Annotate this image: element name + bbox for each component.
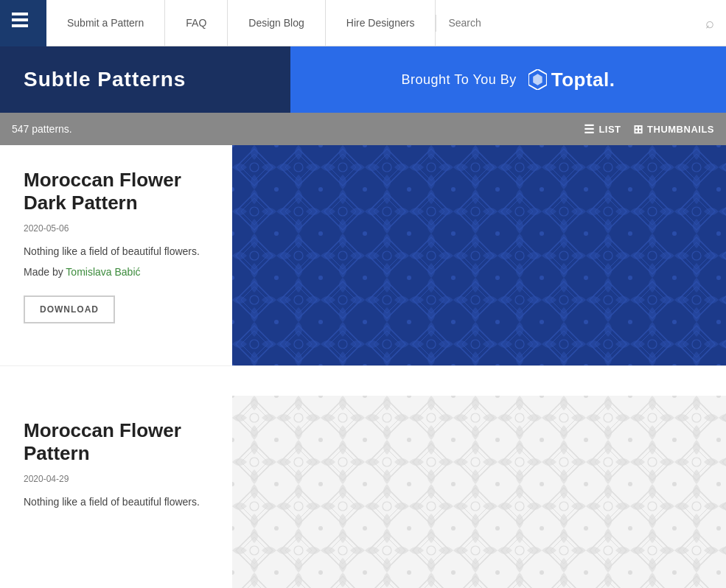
svg-marker-4: [533, 74, 542, 85]
logo[interactable]: [0, 0, 46, 46]
toptal-name: Toptal.: [551, 69, 615, 91]
nav-hire-designers[interactable]: Hire Designers: [326, 0, 436, 46]
navigation: Submit a Pattern FAQ Design Blog Hire De…: [0, 0, 726, 46]
banner-right: Brought To You By Toptal.: [290, 46, 726, 113]
pattern-dark-texture: [232, 145, 726, 365]
view-toggles: ☰ LIST ⊞ THUMBNAILS: [584, 122, 714, 136]
pattern-info: Moroccan Flower Pattern 2020-04-29 Nothi…: [0, 396, 232, 588]
svg-rect-0: [12, 13, 28, 15]
thumbnails-label: THUMBNAILS: [647, 124, 714, 135]
svg-rect-18: [232, 396, 726, 588]
patterns-count: 547 patterns.: [12, 123, 72, 135]
pattern-title: Moroccan Flower Pattern: [24, 419, 209, 465]
pattern-description: Nothing like a field of beautiful flower…: [24, 245, 209, 257]
gap-section: [0, 366, 726, 396]
svg-rect-1: [12, 18, 28, 21]
toptal-logo[interactable]: Toptal.: [528, 69, 615, 91]
thumbnails-icon: ⊞: [633, 122, 643, 136]
list-label: LIST: [598, 124, 621, 135]
search-icon[interactable]: ⌕: [705, 15, 714, 32]
author-link[interactable]: Tomislava Babić: [66, 266, 140, 278]
pattern-description: Nothing like a field of beautiful flower…: [24, 496, 209, 508]
pattern-info: Moroccan Flower Dark Pattern 2020-05-06 …: [0, 145, 232, 365]
download-button[interactable]: DOWNLOAD: [24, 295, 115, 323]
pattern-entry: Moroccan Flower Pattern 2020-04-29 Nothi…: [0, 396, 726, 588]
search-bar: ⌕: [436, 15, 726, 32]
nav-submit-pattern[interactable]: Submit a Pattern: [46, 0, 165, 46]
pattern-entry: Moroccan Flower Dark Pattern 2020-05-06 …: [0, 145, 726, 366]
list-view-toggle[interactable]: ☰ LIST: [584, 122, 621, 136]
svg-rect-11: [232, 145, 726, 365]
pattern-preview-dark: [232, 145, 726, 365]
pattern-title: Moroccan Flower Dark Pattern: [24, 169, 209, 214]
pattern-date: 2020-05-06: [24, 223, 209, 234]
banner: Subtle Patterns Brought To You By Toptal…: [0, 46, 726, 113]
pattern-light-texture: [232, 396, 726, 588]
nav-links: Submit a Pattern FAQ Design Blog Hire De…: [46, 0, 436, 46]
nav-design-blog[interactable]: Design Blog: [228, 0, 326, 46]
pattern-date: 2020-04-29: [24, 474, 209, 484]
pattern-author: Made by Tomislava Babić: [24, 266, 209, 278]
pattern-preview-light: [232, 396, 726, 588]
brought-by-text: Brought To You By: [402, 72, 517, 88]
thumbnails-view-toggle[interactable]: ⊞ THUMBNAILS: [633, 122, 714, 136]
list-icon: ☰: [584, 122, 595, 136]
patterns-bar: 547 patterns. ☰ LIST ⊞ THUMBNAILS: [0, 113, 726, 145]
nav-faq[interactable]: FAQ: [165, 0, 228, 46]
search-input[interactable]: [448, 17, 699, 29]
svg-rect-2: [12, 24, 28, 27]
banner-title: Subtle Patterns: [24, 68, 186, 91]
banner-left: Subtle Patterns: [0, 46, 290, 113]
